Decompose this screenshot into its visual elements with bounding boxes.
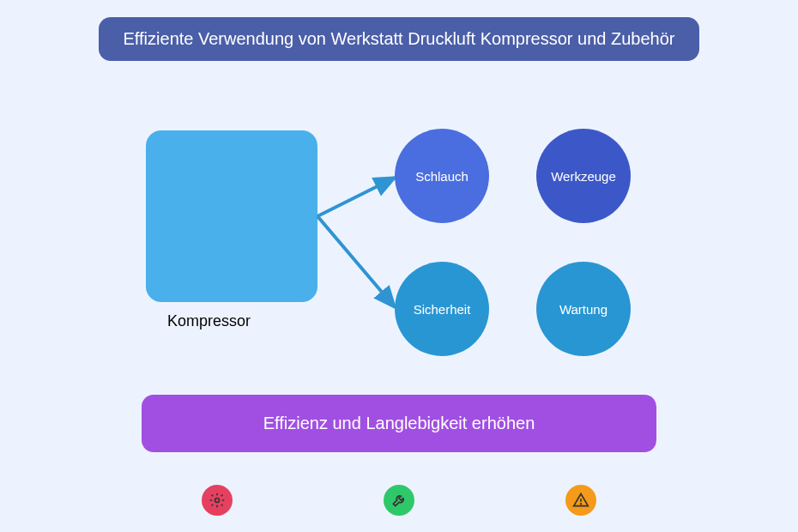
node-hose-label: Schlauch bbox=[415, 169, 469, 184]
node-maintenance-label: Wartung bbox=[559, 302, 608, 317]
node-safety-label: Sicherheit bbox=[414, 302, 471, 317]
node-tools-label: Werkzeuge bbox=[551, 169, 616, 184]
node-maintenance: Wartung bbox=[536, 262, 631, 356]
compressor-label: Kompressor bbox=[167, 312, 251, 330]
svg-line-1 bbox=[317, 216, 395, 307]
title-text: Effiziente Verwendung von Werkstatt Druc… bbox=[124, 29, 675, 48]
footer-bar: Effizienz und Langlebigkeit erhöhen bbox=[142, 395, 656, 452]
svg-point-4 bbox=[581, 504, 582, 505]
warning-icon bbox=[565, 485, 596, 516]
svg-point-2 bbox=[215, 499, 220, 503]
title-bar: Effiziente Verwendung von Werkstatt Druc… bbox=[99, 17, 699, 61]
compressor-box bbox=[146, 130, 317, 302]
icon-row bbox=[202, 485, 596, 516]
node-safety: Sicherheit bbox=[395, 262, 489, 356]
svg-line-0 bbox=[317, 178, 395, 216]
node-tools: Werkzeuge bbox=[536, 129, 631, 223]
gear-icon bbox=[202, 485, 233, 516]
footer-text: Effizienz und Langlebigkeit erhöhen bbox=[263, 414, 535, 432]
wrench-icon bbox=[384, 485, 414, 516]
arrows bbox=[0, 0, 798, 532]
node-hose: Schlauch bbox=[395, 129, 489, 223]
